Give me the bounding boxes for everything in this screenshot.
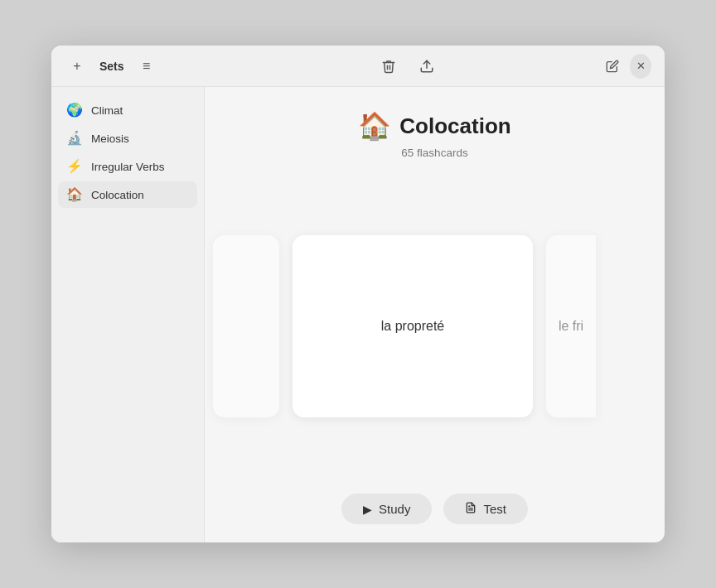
- menu-button[interactable]: ≡: [134, 54, 159, 79]
- titlebar: + Sets ≡: [51, 46, 665, 87]
- sidebar-item-label-colocation: Colocation: [91, 189, 144, 201]
- main-set-title: Colocation: [399, 113, 510, 139]
- export-button[interactable]: [414, 54, 439, 79]
- flashcard-carousel[interactable]: la propreté le fri: [205, 174, 665, 479]
- sidebar-item-colocation[interactable]: 🏠 Colocation: [58, 181, 197, 208]
- study-icon: ▶: [363, 503, 372, 516]
- test-label: Test: [483, 502, 506, 516]
- test-icon: [465, 502, 477, 516]
- test-button[interactable]: Test: [443, 494, 528, 524]
- cards-track: la propreté le fri: [205, 174, 665, 479]
- main-set-emoji: 🏠: [358, 110, 391, 142]
- main-title-row: 🏠 Colocation: [358, 110, 510, 142]
- meiosis-emoji: 🔬: [66, 132, 83, 145]
- titlebar-center: [224, 54, 592, 79]
- edit-button[interactable]: [602, 54, 623, 79]
- add-button[interactable]: +: [65, 54, 90, 79]
- main-header: 🏠 Colocation 65 flashcards: [358, 87, 510, 174]
- close-button[interactable]: ✕: [630, 54, 651, 79]
- sidebar: 🌍 Climat 🔬 Meiosis ⚡ Irregular Verbs 🏠 C…: [51, 87, 205, 542]
- delete-button[interactable]: [376, 54, 401, 79]
- titlebar-left: + Sets ≡: [65, 54, 214, 79]
- flashcard-center[interactable]: la propreté: [293, 235, 533, 417]
- flashcard-right-text: le fri: [559, 319, 583, 334]
- flashcard-right[interactable]: le fri: [546, 235, 596, 417]
- app-window: + Sets ≡: [51, 46, 665, 542]
- sets-title: Sets: [99, 60, 124, 73]
- flashcard-center-text: la propreté: [381, 319, 445, 334]
- study-label: Study: [379, 502, 410, 516]
- sidebar-item-label-climat: Climat: [91, 104, 123, 117]
- study-button[interactable]: ▶ Study: [341, 494, 432, 524]
- main-content: 🏠 Colocation 65 flashcards la propreté l…: [205, 87, 665, 542]
- sidebar-item-label-irregular-verbs: Irregular Verbs: [91, 161, 165, 173]
- titlebar-right: ✕: [602, 54, 651, 79]
- flashcard-left[interactable]: [213, 235, 279, 417]
- sidebar-item-meiosis[interactable]: 🔬 Meiosis: [58, 125, 197, 152]
- irregular-verbs-emoji: ⚡: [66, 160, 83, 173]
- climat-emoji: 🌍: [66, 104, 83, 117]
- colocation-emoji: 🏠: [66, 188, 83, 201]
- content-area: 🌍 Climat 🔬 Meiosis ⚡ Irregular Verbs 🏠 C…: [51, 87, 665, 542]
- sidebar-item-climat[interactable]: 🌍 Climat: [58, 97, 197, 123]
- sidebar-item-irregular-verbs[interactable]: ⚡ Irregular Verbs: [58, 153, 197, 180]
- action-buttons: ▶ Study Test: [341, 479, 528, 542]
- sidebar-item-label-meiosis: Meiosis: [91, 133, 129, 145]
- main-set-count: 65 flashcards: [401, 147, 467, 159]
